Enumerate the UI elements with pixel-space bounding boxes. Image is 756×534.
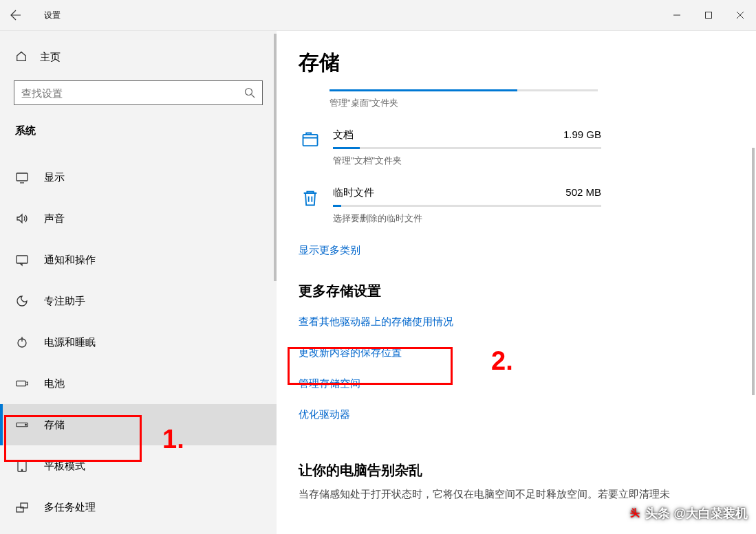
svg-rect-3 <box>17 256 28 263</box>
link-other-drives[interactable]: 查看其他驱动器上的存储使用情况 <box>299 315 756 329</box>
sidebar-item-label: 电源和睡眠 <box>44 336 96 349</box>
home-icon <box>15 50 28 65</box>
sidebar-nav: 显示 声音 通知和操作 <box>0 147 277 528</box>
link-manage-storage[interactable]: 管理存储空间 <box>299 377 756 390</box>
sidebar-group-header: 系统 <box>0 118 277 147</box>
display-icon <box>15 170 29 184</box>
sidebar: 主页 系统 显示 <box>0 31 277 534</box>
sidebar-item-focus[interactable]: 专注助手 <box>0 280 277 322</box>
focus-icon <box>15 294 29 308</box>
storage-size: 1.99 GB <box>563 129 601 140</box>
declutter-description: 当存储感知处于打开状态时，它将仅在电脑空间不足时释放空间。若要立即清理未 <box>299 487 684 502</box>
maximize-button[interactable] <box>693 4 724 26</box>
sidebar-item-label: 专注助手 <box>44 295 85 308</box>
minimize-button[interactable] <box>661 4 693 26</box>
sidebar-item-label: 声音 <box>44 212 65 225</box>
trash-icon <box>299 186 322 210</box>
sidebar-item-battery[interactable]: 电池 <box>0 363 277 404</box>
search-icon <box>244 87 255 98</box>
storage-item-desktop[interactable]: 管理"桌面"文件夹 <box>330 84 756 109</box>
watermark-text: 头条 @大白菜装机 <box>645 505 748 522</box>
watermark: 头 头条 @大白菜装机 <box>627 505 748 522</box>
window-title: 设置 <box>44 10 61 21</box>
svg-point-7 <box>25 424 27 425</box>
sidebar-item-label: 多任务处理 <box>44 501 96 514</box>
svg-rect-0 <box>706 12 712 19</box>
annotation-label-1: 1. <box>162 425 184 454</box>
link-change-save-location[interactable]: 更改新内容的保存位置 <box>299 346 756 359</box>
storage-item-temp[interactable]: 临时文件 502 MB 选择要删除的临时文件 <box>299 186 756 225</box>
storage-item-documents[interactable]: 文档 1.99 GB 管理"文档"文件夹 <box>299 129 756 167</box>
back-button[interactable] <box>0 0 32 31</box>
storage-size: 502 MB <box>565 186 601 198</box>
content-area: 存储 管理"桌面"文件夹 文档 1.99 GB 管理"文档"文件夹 <box>277 31 756 534</box>
documents-icon <box>299 129 322 152</box>
content-scroll-thumb[interactable] <box>752 148 755 395</box>
svg-rect-12 <box>303 135 318 146</box>
battery-icon <box>15 377 29 390</box>
sidebar-item-tablet[interactable]: 平板模式 <box>0 445 277 487</box>
sidebar-home[interactable]: 主页 <box>0 38 277 76</box>
sidebar-item-display[interactable]: 显示 <box>0 157 277 198</box>
storage-desc: 选择要删除的临时文件 <box>333 212 677 225</box>
sidebar-item-storage[interactable]: 存储 <box>0 404 277 445</box>
svg-rect-5 <box>17 381 26 386</box>
search-field[interactable] <box>21 87 244 99</box>
search-input[interactable] <box>14 80 263 105</box>
multitask-icon <box>15 500 29 514</box>
declutter-heading: 让你的电脑告别杂乱 <box>299 461 756 480</box>
svg-rect-2 <box>17 173 28 181</box>
link-optimize-drives[interactable]: 优化驱动器 <box>299 408 756 421</box>
show-more-link[interactable]: 显示更多类别 <box>299 244 756 257</box>
annotation-label-2: 2. <box>491 346 513 376</box>
sidebar-item-label: 电池 <box>44 377 65 390</box>
sidebar-item-label: 显示 <box>44 171 65 184</box>
close-button[interactable] <box>724 4 756 26</box>
power-icon <box>15 335 29 349</box>
sidebar-item-label: 存储 <box>44 419 65 432</box>
sidebar-item-label: 平板模式 <box>44 460 85 473</box>
sidebar-home-label: 主页 <box>40 51 61 64</box>
watermark-icon: 头 <box>627 506 642 521</box>
sidebar-item-multitask[interactable]: 多任务处理 <box>0 487 277 528</box>
notify-icon <box>15 253 29 267</box>
storage-desc: 管理"桌面"文件夹 <box>330 97 673 109</box>
storage-icon <box>15 418 29 432</box>
sidebar-item-notifications[interactable]: 通知和操作 <box>0 239 277 280</box>
sidebar-item-power[interactable]: 电源和睡眠 <box>0 322 277 363</box>
storage-name: 文档 <box>333 129 354 142</box>
storage-desc: 管理"文档"文件夹 <box>333 155 677 167</box>
storage-name: 临时文件 <box>333 186 374 199</box>
svg-point-9 <box>21 469 23 471</box>
sidebar-item-label: 通知和操作 <box>44 254 96 267</box>
svg-point-1 <box>246 89 252 96</box>
sidebar-item-sound[interactable]: 声音 <box>0 198 277 239</box>
tablet-icon <box>15 459 29 473</box>
page-title: 存储 <box>299 49 756 77</box>
more-storage-heading: 更多存储设置 <box>299 282 756 300</box>
sound-icon <box>15 212 29 225</box>
